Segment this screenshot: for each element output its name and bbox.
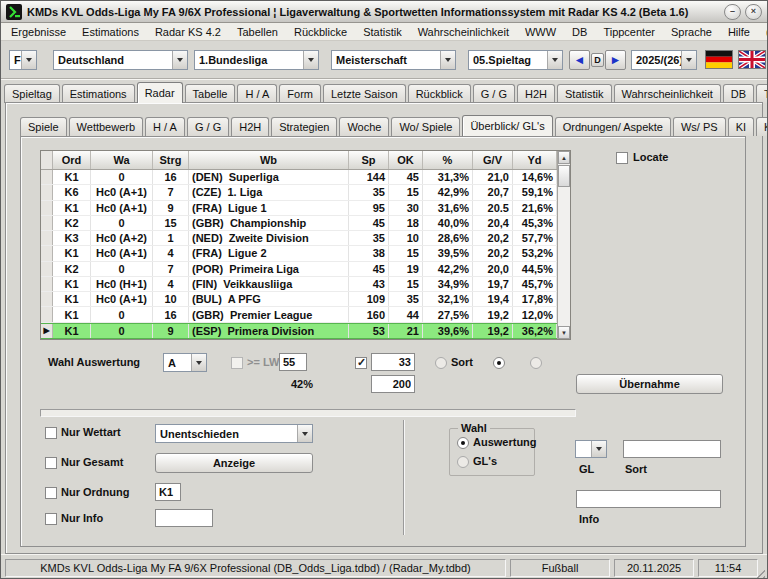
row-selector[interactable] <box>41 170 53 184</box>
sort-radio-middle[interactable] <box>493 357 505 369</box>
subtab-wo-spiele[interactable]: Wo/ Spiele <box>391 117 460 136</box>
table-row[interactable]: K2015(GBR) Championship451840,0%20,445,3… <box>41 216 557 231</box>
row-selector[interactable] <box>41 231 53 245</box>
sort-input[interactable] <box>623 440 721 458</box>
tab-estimations[interactable]: Estimations <box>62 84 135 103</box>
subtab-spiele[interactable]: Spiele <box>20 117 67 136</box>
table-row[interactable]: K1016(DEN) Superliga1444531,3%21,014,6% <box>41 170 557 185</box>
table-row[interactable]: K1Hc0 (A+1)9(FRA) Ligue 1953031,6%20.521… <box>41 201 557 216</box>
menu-item-sprache[interactable]: Sprache <box>663 26 720 38</box>
menu-item-statistik[interactable]: Statistik <box>355 26 410 38</box>
country-select[interactable]: Deutschland <box>53 50 188 70</box>
table-header-[interactable]: % <box>423 151 473 169</box>
competition-select[interactable]: Meisterschaft <box>331 50 456 70</box>
tab-tabelle[interactable]: Tabelle <box>185 84 236 103</box>
nur-info-checkbox[interactable] <box>45 513 57 525</box>
table-row[interactable]: K3Hc0 (A+2)1(NED) Zweite Division351028,… <box>41 231 557 246</box>
row-selector[interactable] <box>41 246 53 260</box>
table-header-strg[interactable]: Strg <box>153 151 189 169</box>
threshold-input[interactable] <box>371 353 415 371</box>
tab-db[interactable]: DB <box>723 84 754 103</box>
limit-input[interactable] <box>371 375 415 393</box>
tab-h2h[interactable]: H2H <box>517 84 555 103</box>
tab-wahrscheinlichkeit[interactable]: Wahrscheinlichkeit <box>614 84 721 103</box>
season-select[interactable]: 2025/(26) <box>631 50 697 70</box>
scroll-up-icon[interactable]: ▲ <box>558 151 570 164</box>
chevron-down-icon[interactable] <box>172 51 187 69</box>
subtab-strategien[interactable]: Strategien <box>271 117 337 136</box>
tab-tc[interactable]: TC <box>756 84 768 103</box>
chevron-down-icon[interactable] <box>440 51 455 69</box>
minimize-button[interactable]: – <box>724 4 741 20</box>
subtab-ordnungen-aspekte[interactable]: Ordnungen/ Aspekte <box>555 117 671 136</box>
chevron-down-icon[interactable] <box>297 425 312 442</box>
table-row[interactable]: ▶K109(ESP) Primera Division532139,6%19,2… <box>41 323 557 339</box>
subtab-wettbewerb[interactable]: Wettbewerb <box>69 117 144 136</box>
prev-arrow-button[interactable]: ◄ <box>569 50 590 70</box>
tab-radar[interactable]: Radar <box>137 82 183 103</box>
menu-item-ergebnisse[interactable]: Ergebnisse <box>3 26 74 38</box>
sort-radio-right[interactable] <box>530 357 542 369</box>
menu-item-hilfe[interactable]: Hilfe <box>720 26 758 38</box>
info-input[interactable] <box>576 490 721 508</box>
chevron-down-icon[interactable] <box>591 441 606 457</box>
anzeige-button[interactable]: Anzeige <box>155 453 313 473</box>
lw-checkbox[interactable] <box>231 357 243 369</box>
nur-ordnung-checkbox[interactable] <box>45 487 57 499</box>
table-header-sp[interactable]: Sp <box>349 151 389 169</box>
row-selector[interactable] <box>41 216 53 230</box>
tab-statistik[interactable]: Statistik <box>557 84 612 103</box>
table-header-wa[interactable]: Wa <box>91 151 153 169</box>
scrollbar-thumb[interactable] <box>558 165 570 187</box>
table-header-yd[interactable]: Yd <box>513 151 557 169</box>
table-row[interactable]: K1016(GBR) Premier League1604427,5%19,21… <box>41 307 557 322</box>
subtab-ki[interactable]: KI <box>728 117 754 136</box>
table-header-g-v[interactable]: G/V <box>473 151 513 169</box>
subtab-ws-ps[interactable]: Ws/ PS <box>673 117 726 136</box>
subtab-überblick-gl-s[interactable]: Überblick/ GL's <box>462 115 552 136</box>
menu-item-radar-ks-4-2[interactable]: Radar KS 4.2 <box>147 26 229 38</box>
wettart-select[interactable]: Unentschieden <box>155 424 313 443</box>
row-selector[interactable] <box>41 277 53 291</box>
row-selector[interactable] <box>41 307 53 321</box>
tab-spieltag[interactable]: Spieltag <box>4 84 60 103</box>
uk-flag-icon[interactable] <box>738 50 766 69</box>
menu-item-www[interactable]: WWW <box>517 26 564 38</box>
matchday-select[interactable]: 05.Spieltag <box>468 50 563 70</box>
row-selector[interactable] <box>41 185 53 199</box>
menu-item-db[interactable]: DB <box>564 26 595 38</box>
lw-input[interactable] <box>279 353 307 371</box>
table-row[interactable]: K1Hc0 (A+1)4(FRA) Ligue 2381539,5%20,253… <box>41 246 557 261</box>
table-row[interactable]: K207(POR) Primeira Liga451942,2%20,044,5… <box>41 262 557 277</box>
row-selector[interactable] <box>41 201 53 215</box>
tab-h-a[interactable]: H / A <box>237 84 277 103</box>
nur-wettart-checkbox[interactable] <box>45 427 57 439</box>
row-selector[interactable] <box>41 292 53 306</box>
subtab-g-g[interactable]: G / G <box>187 117 229 136</box>
uebernahme-button[interactable]: Übernahme <box>576 374 723 394</box>
table-header-ord[interactable]: Ord <box>53 151 91 169</box>
table-row[interactable]: K1Hc0 (A+1)10(BUL) A PFG1093532,1%19,417… <box>41 292 557 307</box>
info-filter-input[interactable] <box>155 509 213 527</box>
gl-select[interactable] <box>575 440 607 458</box>
f-select[interactable]: F <box>9 50 37 70</box>
subtab-h2h[interactable]: H2H <box>231 117 269 136</box>
tab-rückblick[interactable]: Rückblick <box>408 84 471 103</box>
menu-item-c[interactable]: (C) <box>758 26 768 38</box>
gls-radio[interactable] <box>457 456 469 468</box>
ordnung-input[interactable] <box>155 483 181 501</box>
menu-item-tabellen[interactable]: Tabellen <box>229 26 286 38</box>
german-flag-icon[interactable] <box>705 50 733 69</box>
tab-g-g[interactable]: G / G <box>473 84 515 103</box>
table-row[interactable]: K6Hc0 (A+1)7(CZE) 1. Liga351542,9%20,759… <box>41 185 557 200</box>
close-button[interactable]: × <box>745 4 762 20</box>
menu-item-rückblicke[interactable]: Rückblicke <box>286 26 355 38</box>
row-selector[interactable] <box>41 262 53 276</box>
table-header-wb[interactable]: Wb <box>189 151 349 169</box>
threshold-checkbox[interactable] <box>355 357 367 369</box>
chevron-down-icon[interactable] <box>681 51 696 69</box>
row-marker-icon[interactable]: ▶ <box>41 324 53 338</box>
tab-form[interactable]: Form <box>279 84 321 103</box>
menu-item-tippcenter[interactable]: Tippcenter <box>595 26 663 38</box>
chevron-down-icon[interactable] <box>547 51 562 69</box>
